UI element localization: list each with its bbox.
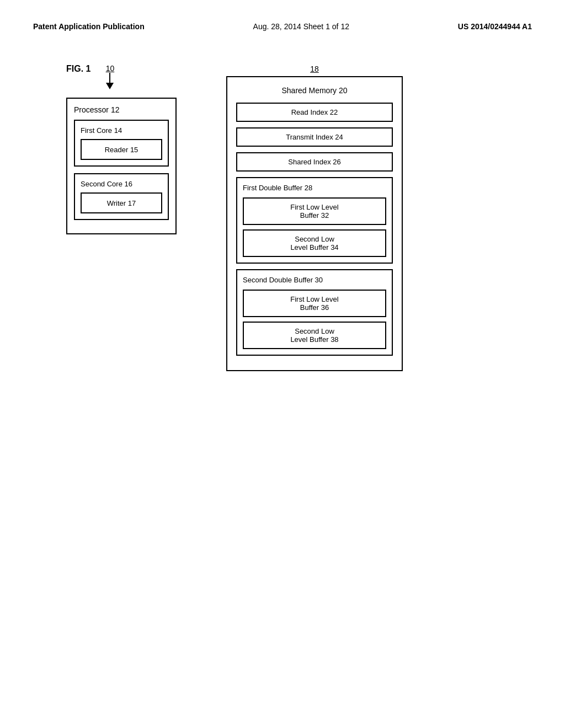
first-double-buffer-label: First Double Buffer 28 — [243, 184, 386, 192]
first-double-buffer-second-low-label: Second LowLevel Buffer 34 — [290, 235, 338, 251]
second-double-buffer-label: Second Double Buffer 30 — [243, 276, 386, 284]
fig-row: FIG. 1 10 — [66, 64, 118, 92]
second-double-buffer-first-low-box: First Low LevelBuffer 36 — [243, 290, 386, 317]
shared-memory-outer-box: Shared Memory 20 Read Index 22 Transmit … — [226, 76, 403, 371]
ref-number: 10 — [106, 64, 115, 73]
page: Patent Application Publication Aug. 28, … — [0, 0, 565, 728]
arrow-area: 10 — [102, 64, 118, 92]
transmit-index-box: Transmit Index 24 — [236, 127, 393, 147]
fig-label-column: FIG. 1 10 Processor 12 First Core 14 — [66, 64, 210, 234]
shared-index-box: Shared Index 26 — [236, 152, 393, 172]
processor-label: Processor 12 — [74, 105, 169, 114]
writer-label: Writer 17 — [107, 199, 136, 207]
page-header: Patent Application Publication Aug. 28, … — [33, 22, 532, 31]
second-double-buffer-first-low-label: First Low LevelBuffer 36 — [290, 295, 338, 312]
shared-memory-section: 18 Shared Memory 20 Read Index 22 Transm… — [226, 64, 403, 371]
header-center: Aug. 28, 2014 Sheet 1 of 12 — [253, 22, 349, 31]
shared-index-label: Shared Index 26 — [288, 158, 340, 166]
first-core-label: First Core 14 — [81, 126, 162, 135]
first-core-box: First Core 14 Reader 15 — [74, 120, 169, 167]
reader-label: Reader 15 — [105, 146, 138, 154]
first-double-buffer-first-low-box: First Low LevelBuffer 32 — [243, 197, 386, 225]
arrow-icon — [102, 73, 118, 92]
fig-label: FIG. 1 — [66, 64, 90, 74]
shared-memory-ref: 18 — [310, 65, 319, 73]
second-double-buffer-second-low-label: Second LowLevel Buffer 38 — [290, 327, 338, 344]
first-double-buffer-second-low-box: Second LowLevel Buffer 34 — [243, 229, 386, 257]
second-core-label: Second Core 16 — [81, 180, 162, 188]
reader-box: Reader 15 — [81, 139, 162, 160]
second-double-buffer-second-low-box: Second LowLevel Buffer 38 — [243, 322, 386, 349]
first-double-buffer-first-low-label: First Low LevelBuffer 32 — [290, 203, 338, 220]
second-double-buffer-box: Second Double Buffer 30 First Low LevelB… — [236, 269, 393, 356]
processor-box: Processor 12 First Core 14 Reader 15 Sec… — [66, 98, 177, 234]
read-index-label: Read Index 22 — [291, 108, 338, 116]
writer-box: Writer 17 — [81, 192, 162, 213]
second-core-box: Second Core 16 Writer 17 — [74, 173, 169, 220]
shared-memory-label: Shared Memory 20 — [236, 86, 393, 95]
transmit-index-label: Transmit Index 24 — [286, 133, 343, 141]
read-index-box: Read Index 22 — [236, 103, 393, 122]
first-double-buffer-box: First Double Buffer 28 First Low LevelBu… — [236, 177, 393, 264]
header-left: Patent Application Publication — [33, 22, 145, 31]
svg-marker-1 — [106, 83, 114, 89]
diagram-area: FIG. 1 10 Processor 12 First Core 14 — [33, 64, 532, 371]
header-right: US 2014/0244944 A1 — [458, 22, 532, 31]
